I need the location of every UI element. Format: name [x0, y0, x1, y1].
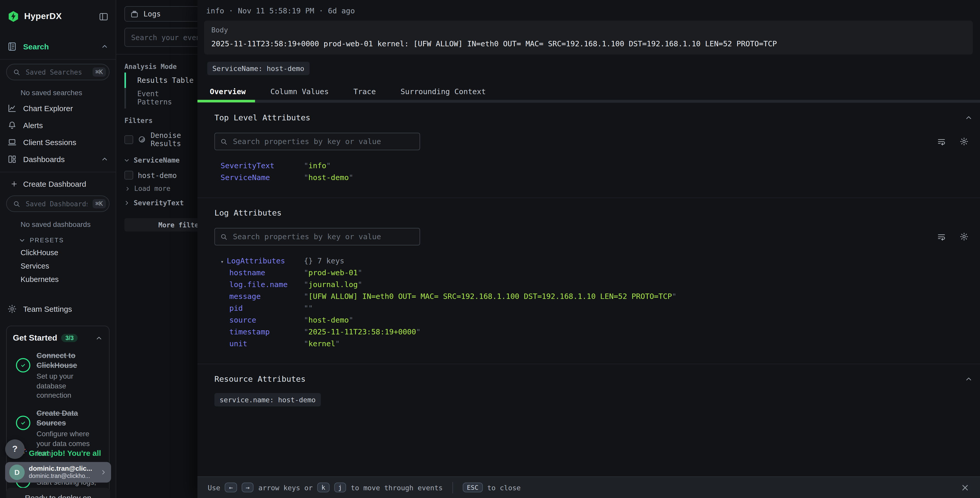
event-search-input[interactable] [130, 33, 197, 42]
attribute-value[interactable]: "" [304, 304, 973, 312]
section-title: Log Attributes [215, 208, 973, 218]
log-body-card: Body 2025-11-11T23:58:19+0000 prod-web-0… [204, 21, 973, 54]
wrap-lines-icon[interactable] [937, 232, 946, 241]
attribute-key[interactable]: hostname [215, 268, 304, 277]
get-started-header[interactable]: Get Started 3/3 [13, 334, 103, 343]
chevron-up-icon[interactable] [95, 334, 103, 342]
attribute-value[interactable]: "2025-11-11T23:58:19+0000" [304, 328, 973, 336]
wrap-lines-icon[interactable] [937, 137, 946, 146]
section-title: Top Level Attributes [215, 113, 964, 123]
help-button[interactable]: ? [5, 439, 25, 459]
resource-service-tag[interactable]: service.name: host-demo [215, 393, 321, 406]
denoise-label: Denoise Results [151, 131, 197, 148]
step-title: Connect to ClickHouse [37, 351, 103, 370]
gear-icon[interactable] [959, 232, 969, 241]
attribute-row: SeverityText "info" [215, 161, 973, 173]
attribute-keys-count: {} 7 keys [304, 257, 973, 265]
j-key[interactable]: j [334, 482, 346, 492]
user-menu[interactable]: D dominic.tran@clic... dominic.tran@clic… [5, 462, 111, 482]
tab-trace[interactable]: Trace [341, 83, 388, 100]
sidebar-item-search[interactable]: Search [0, 38, 116, 55]
checkbox[interactable] [124, 135, 133, 144]
celebration-text: Great job! You're all [29, 449, 114, 458]
user-email: dominic.tran@clickho... [29, 473, 95, 479]
attribute-value[interactable]: "info" [304, 161, 973, 170]
saved-searches-box[interactable]: ⌘K [6, 64, 110, 80]
footer-text: to move through events [351, 483, 443, 492]
gear-icon[interactable] [959, 137, 969, 146]
attribute-key[interactable]: timestamp [215, 328, 304, 336]
attribute-key[interactable]: log.file.name [215, 280, 304, 289]
sidebar-item-dashboards[interactable]: Dashboards [0, 151, 116, 168]
attribute-row: unit "kernel" [215, 340, 973, 351]
attribute-key[interactable]: unit [215, 340, 304, 348]
denoise-results-option[interactable]: Denoise Results [116, 128, 197, 151]
source-select[interactable]: Logs [124, 6, 197, 22]
sidebar-item-chart-explorer[interactable]: Chart Explorer [0, 100, 116, 117]
attribute-key[interactable]: message [215, 292, 304, 300]
search-icon [220, 233, 228, 241]
checkbox[interactable] [124, 171, 133, 180]
attribute-key[interactable]: ServiceName [215, 173, 304, 182]
divider [0, 59, 116, 60]
log-timestamp: Nov 11 5:58:19 PM [238, 7, 314, 15]
property-search-box[interactable] [215, 133, 420, 150]
search-icon [13, 200, 21, 208]
create-dashboard-button[interactable]: Create Dashboard [0, 176, 116, 192]
attribute-value[interactable]: "kernel" [304, 340, 973, 348]
mode-event-patterns[interactable]: Event Patterns [126, 87, 197, 109]
filter-group-severitytext[interactable]: SeverityText [116, 194, 197, 210]
check-circle-icon [16, 358, 30, 372]
attribute-key[interactable]: SeverityText [215, 161, 304, 170]
attribute-root-key[interactable]: ▾LogAttributes [215, 257, 304, 265]
saved-dashboards-input[interactable] [25, 200, 88, 208]
active-tab-underline [197, 100, 255, 102]
sidebar-item-alerts[interactable]: Alerts [0, 117, 116, 134]
get-started-title: Get Started [13, 334, 57, 343]
resource-attributes-section: Resource Attributes service.name: host-d… [197, 364, 980, 419]
sidebar-item-team-settings[interactable]: Team Settings [0, 300, 116, 318]
chevron-up-icon[interactable] [964, 375, 973, 383]
left-arrow-key[interactable]: ← [225, 482, 237, 492]
event-search-box[interactable] [124, 28, 197, 47]
tab-overview[interactable]: Overview [197, 83, 258, 100]
property-search-input[interactable] [232, 137, 414, 146]
right-arrow-key[interactable]: → [242, 482, 254, 492]
attribute-key[interactable]: source [215, 316, 304, 324]
load-more-button[interactable]: Load more [116, 183, 197, 194]
property-search-input[interactable] [232, 232, 414, 241]
filter-group-label: ServiceName [134, 156, 180, 164]
chevron-down-icon [19, 237, 26, 244]
filter-group-servicename[interactable]: ServiceName [116, 151, 197, 167]
saved-dashboards-box[interactable]: ⌘K [6, 195, 110, 212]
more-filters-button[interactable]: More filters [124, 218, 197, 231]
close-icon[interactable] [961, 483, 970, 492]
k-key[interactable]: k [317, 482, 329, 492]
mode-results-table[interactable]: Results Table [126, 73, 197, 87]
filter-option-host-demo[interactable]: host-demo [116, 167, 197, 183]
esc-key[interactable]: ESC [463, 482, 482, 492]
chevron-up-icon[interactable] [964, 114, 973, 122]
preset-services[interactable]: Services [0, 259, 116, 273]
attribute-value[interactable]: "[UFW ALLOW] IN=eth0 OUT= MAC= SRC=192.1… [304, 292, 973, 300]
attribute-row: source "host-demo" [215, 316, 973, 328]
tab-column-values[interactable]: Column Values [258, 83, 341, 100]
preset-kubernetes[interactable]: Kubernetes [0, 273, 116, 286]
tab-surrounding-context[interactable]: Surrounding Context [388, 83, 498, 100]
attribute-value[interactable]: "host-demo" [304, 316, 973, 324]
attribute-row: ServiceName "host-demo" [215, 173, 973, 185]
preset-clickhouse[interactable]: ClickHouse [0, 246, 116, 259]
saved-searches-input[interactable] [25, 68, 88, 77]
attribute-value[interactable]: "prod-web-01" [304, 268, 973, 277]
attribute-value[interactable]: "host-demo" [304, 173, 973, 182]
collapse-sidebar-icon[interactable] [99, 11, 108, 21]
presets-toggle[interactable]: PRESETS [0, 231, 116, 246]
attribute-value[interactable]: "journal.log" [304, 280, 973, 289]
servicename-tag[interactable]: ServiceName: host-demo [207, 62, 310, 75]
laptop-icon [7, 137, 17, 147]
attribute-key[interactable]: pid [215, 304, 304, 312]
get-started-step[interactable]: Connect to ClickHouse Set up your databa… [13, 351, 103, 401]
property-search-box[interactable] [215, 228, 420, 246]
sidebar-item-client-sessions[interactable]: Client Sessions [0, 134, 116, 151]
triangle-down-icon: ▾ [221, 259, 224, 265]
